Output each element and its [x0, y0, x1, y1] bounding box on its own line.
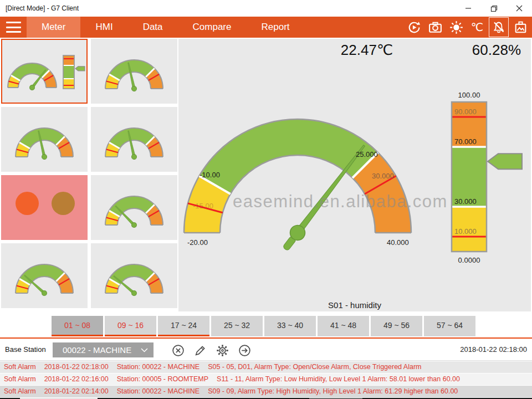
current-time: 2018-01-22 02:18:00 [460, 339, 527, 360]
meter-tile-s07[interactable] [1, 243, 88, 308]
bar-band-green [63, 65, 74, 79]
nav-tab-hmi[interactable]: HMI [80, 17, 127, 38]
gauge-label-min_label: -20.00 [187, 238, 208, 247]
mini-gauge [91, 118, 177, 160]
meter-tile-s03[interactable] [1, 107, 88, 172]
restore-icon [490, 5, 498, 12]
bar-label-90: 90.000 [454, 108, 477, 116]
watermark: easemind.en.alibaba.com [233, 192, 448, 211]
camera-icon[interactable] [426, 18, 444, 37]
meter-tile-s01[interactable] [1, 39, 88, 104]
page-tab-01-08[interactable]: 01 ~ 08 [52, 316, 103, 336]
alarm-mute-icon[interactable] [489, 17, 509, 37]
station-select[interactable]: 00022 - MACHINE [53, 342, 154, 357]
chevron-down-icon [141, 348, 148, 352]
refresh-icon[interactable] [405, 18, 423, 37]
dismiss-icon[interactable] [171, 343, 185, 357]
alarm-row[interactable]: Soft Alarm2018-01-22 02:14:00Station: 00… [0, 386, 532, 397]
minimize-icon [465, 5, 472, 12]
nav-tabs: MeterHMIDataCompareReport [27, 17, 305, 38]
alarm-list: Soft Alarm2018-01-22 02:18:00Station: 00… [0, 361, 532, 398]
brightness-icon[interactable] [447, 18, 466, 37]
nav-tab-report[interactable]: Report [246, 17, 304, 38]
selected-meter-title: S01 - humidity [178, 300, 531, 310]
alarm-message: S05 - 05, D01, Alarm Type: Open/Close Al… [208, 361, 421, 373]
bar-pointer [75, 66, 85, 71]
menu-icon[interactable] [6, 22, 21, 33]
alarm-time: 2018-01-22 02:16:00 [44, 374, 109, 385]
temp-unit-toggle[interactable]: ℃ [468, 18, 487, 37]
mini-gauge [1, 118, 88, 160]
nav-icons: ℃ [402, 17, 530, 38]
divider-rule [0, 337, 532, 339]
alarm-time: 2018-01-22 02:18:00 [44, 361, 109, 373]
mini-gauge [91, 254, 177, 296]
bar-band-orange [63, 55, 74, 65]
alarm-row[interactable]: Soft Alarm2018-01-22 02:18:00Station: 00… [0, 361, 532, 373]
divider [0, 360, 532, 361]
page-tabs: 01 ~ 0809 ~ 1617 ~ 2425 ~ 3233 ~ 4041 ~ … [52, 316, 475, 336]
navbar: MeterHMIDataCompareReport ℃ [0, 17, 532, 38]
gauge-label-low_band_label: -10.00 [200, 171, 220, 179]
page-tab-17-24[interactable]: 17 ~ 24 [158, 316, 209, 336]
edit-icon[interactable] [193, 343, 207, 357]
alarm-station: Station: 00005 - ROOMTEMP [117, 374, 208, 385]
bar-label-30: 30.000 [454, 197, 477, 206]
gauge-label-high_alarm_label: 30.000 [372, 172, 394, 180]
close-button[interactable] [507, 0, 532, 17]
meter-detail-panel: 22.47℃ 60.28% easemind.en.alibaba.com-20… [178, 39, 531, 311]
page-tab-49-56[interactable]: 49 ~ 56 [371, 316, 422, 336]
contact-indicator-d01 [16, 192, 39, 215]
page-tab-41-48[interactable]: 41 ~ 48 [318, 316, 369, 336]
gauge-label-max_label: 40.000 [387, 238, 409, 247]
alarm-row[interactable]: Soft Alarm2018-01-22 02:16:00Station: 00… [0, 374, 532, 385]
mini-gauge [91, 186, 177, 228]
alarm-message: S09 - 09, Alarm Type: High Humidity, Hig… [208, 386, 458, 397]
station-toolbar [171, 343, 252, 357]
bar-band-yellow [63, 79, 74, 89]
bar-pointer [488, 154, 522, 169]
page-tab-57-64[interactable]: 57 ~ 64 [424, 316, 475, 336]
station-select-value: 00022 - MACHINE [53, 345, 141, 355]
bar-label-10: 10.000 [454, 227, 477, 236]
alarm-time: 2018-01-22 02:14:00 [44, 386, 109, 397]
bar-label-70: 70.000 [454, 137, 477, 146]
alarm-station: Station: 00022 - MACHINE [117, 386, 200, 397]
alarm-type: Soft Alarm [4, 361, 36, 373]
base-station-label: Base Station [5, 339, 46, 360]
meter-grid [1, 39, 177, 311]
meter-tile-s08[interactable] [91, 243, 177, 308]
nav-tab-data[interactable]: Data [128, 17, 178, 38]
page-tab-25-32[interactable]: 25 ~ 32 [211, 316, 263, 336]
alarm-message: S11 - 11, Alarm Type: Low Humidity, Low … [217, 374, 460, 385]
nav-tab-meter[interactable]: Meter [27, 17, 80, 38]
gauge-label-high_band_label: 25.000 [356, 150, 378, 158]
alarm-type: Soft Alarm [4, 374, 36, 385]
bar-max-label: 100.00 [458, 91, 480, 99]
snapshot-gallery-icon[interactable] [511, 18, 530, 37]
titlebar: [Direct Mode] - G7 Client [0, 0, 532, 17]
window-title: [Direct Mode] - G7 Client [6, 0, 79, 17]
close-icon [516, 5, 523, 12]
export-icon[interactable] [237, 343, 252, 357]
meter-tile-s05[interactable] [1, 175, 88, 240]
page-tab-33-40[interactable]: 33 ~ 40 [264, 316, 316, 336]
main-gauge: easemind.en.alibaba.com-20.00-10.00-15.0… [178, 39, 531, 311]
mini-gauge [2, 51, 89, 93]
gauge-label-low_alarm_label: -15.00 [193, 202, 213, 210]
nav-tab-compare[interactable]: Compare [178, 17, 247, 38]
mini-gauge [1, 254, 88, 296]
restore-button[interactable] [481, 0, 507, 17]
alarm-station: Station: 00022 - MACHINE [117, 361, 200, 373]
bar-min-label: 0.0000 [458, 256, 480, 264]
settings-icon[interactable] [215, 343, 229, 357]
station-bar: Base Station 00022 - MACHINE 2018-01-22 … [0, 339, 532, 360]
contact-indicator-d02 [52, 192, 75, 215]
alarm-type: Soft Alarm [4, 386, 36, 397]
meter-tile-s06[interactable] [91, 175, 177, 240]
meter-tile-s04[interactable] [91, 107, 177, 172]
meter-tile-s02[interactable] [91, 39, 177, 104]
page-tab-09-16[interactable]: 09 ~ 16 [105, 316, 156, 336]
minimize-button[interactable] [456, 0, 481, 17]
gauge-band-green [200, 119, 378, 194]
